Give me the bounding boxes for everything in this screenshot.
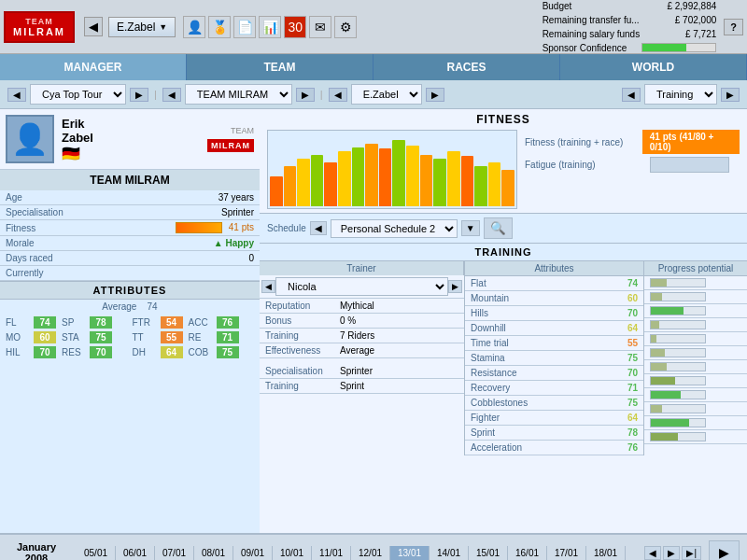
timeline-date-cell[interactable]: 12/01 bbox=[351, 546, 390, 560]
remaining-salary-label: Remaining salary funds bbox=[543, 27, 641, 41]
schedule-prev-btn[interactable]: ◀ bbox=[310, 221, 327, 235]
rider-next-btn[interactable]: ▶ bbox=[426, 88, 444, 102]
attr-item: HIL 70 bbox=[6, 346, 56, 358]
training-attr-name: Hills bbox=[471, 308, 488, 318]
tour-next-btn[interactable]: ▶ bbox=[130, 88, 148, 102]
stat-row-fitness: Fitness 41 pts bbox=[0, 220, 260, 236]
tab-manager[interactable]: MANAGER bbox=[0, 54, 187, 80]
fitness-training-value: 41 pts (41/80 + 0/10) bbox=[642, 130, 740, 154]
attr-grid-row: TT 55RE 71 bbox=[131, 330, 257, 344]
currently-label: Currently bbox=[0, 266, 113, 281]
schedule-select[interactable]: Personal Schedule 2 bbox=[331, 219, 458, 238]
timeline-date-cell[interactable]: 18/01 bbox=[586, 546, 626, 560]
tour-select[interactable]: Cya Top Tour bbox=[30, 84, 126, 105]
icon-chart[interactable]: 📊 bbox=[259, 16, 281, 38]
timeline-date-cell[interactable]: 16/01 bbox=[508, 546, 547, 560]
reputation-value: Mythical bbox=[334, 299, 380, 313]
icon-calendar[interactable]: 30 bbox=[284, 16, 306, 38]
tab-races[interactable]: RACES bbox=[374, 54, 560, 80]
training-attr-val: 71 bbox=[627, 383, 638, 393]
fitness-chart-bar bbox=[433, 159, 446, 206]
icon-doc[interactable]: 📄 bbox=[233, 16, 256, 38]
progress-bar bbox=[650, 390, 706, 399]
trainer-col-header: Trainer bbox=[260, 261, 464, 275]
month-label: January bbox=[17, 541, 56, 553]
morale-icon: ▲ bbox=[214, 238, 223, 248]
timeline-date-cell[interactable]: 07/01 bbox=[155, 546, 194, 560]
tour-prev-btn[interactable]: ◀ bbox=[7, 88, 26, 102]
progress-row bbox=[644, 430, 747, 444]
timeline-end-btn[interactable]: ▶| bbox=[682, 546, 701, 560]
progress-bar bbox=[650, 376, 706, 385]
team-prev-btn[interactable]: ◀ bbox=[162, 88, 181, 102]
trainer-header: Trainer bbox=[260, 261, 464, 275]
stat-row-spec: Specialisation Sprinter bbox=[0, 205, 260, 220]
timeline-next-btn[interactable]: ▶ bbox=[663, 546, 680, 560]
timeline-date-cell[interactable]: 08/01 bbox=[194, 546, 233, 560]
trainer-next-btn[interactable]: ▶ bbox=[448, 280, 462, 293]
rider-select[interactable]: E.Zabel bbox=[351, 84, 422, 105]
attr-item: SP 78 bbox=[62, 316, 112, 329]
timeline-date-cell[interactable]: 10/01 bbox=[273, 546, 312, 560]
attr-item: RE 71 bbox=[189, 331, 239, 343]
view-select[interactable]: Training bbox=[644, 84, 717, 105]
manager-name-button[interactable]: E.Zabel ▼ bbox=[108, 17, 176, 37]
view-next-btn[interactable]: ▶ bbox=[721, 88, 740, 102]
progress-row bbox=[644, 374, 747, 388]
morale-value: Happy bbox=[225, 238, 254, 248]
timeline-date-cell[interactable]: 05/01 bbox=[77, 546, 116, 560]
timeline-date-cell[interactable]: 13/01 bbox=[390, 546, 430, 560]
timeline-date-cell[interactable]: 14/01 bbox=[430, 546, 469, 560]
progress-fill bbox=[651, 335, 656, 343]
fitness-chart-bar bbox=[501, 170, 514, 207]
training-attr-name: Mountain bbox=[471, 293, 509, 303]
icon-mail[interactable]: ✉ bbox=[309, 16, 331, 38]
tab-team[interactable]: TEAM bbox=[187, 54, 374, 80]
training-attr-name: Stamina bbox=[471, 353, 505, 363]
progress-fill bbox=[651, 279, 667, 287]
forward-button[interactable]: ▶ bbox=[709, 540, 740, 560]
timeline-date-cell[interactable]: 09/01 bbox=[233, 546, 273, 560]
timeline-date-cell[interactable]: 15/01 bbox=[469, 546, 508, 560]
attr-label: RES bbox=[62, 347, 88, 357]
attr-item: FL 74 bbox=[6, 316, 56, 329]
icon-medal[interactable]: 🏅 bbox=[208, 16, 231, 38]
training-attr-rows: Flat 74Mountain 60Hills 70Downhill 64Tim… bbox=[465, 276, 643, 455]
timeline-date-cell[interactable]: 11/01 bbox=[312, 546, 351, 560]
training-attributes-column: Attributes Flat 74Mountain 60Hills 70Dow… bbox=[465, 261, 644, 455]
trainer-column: Trainer ◀ Nicola ▶ Reputation Mythical bbox=[260, 261, 465, 455]
schedule-search-btn[interactable]: 🔍 bbox=[484, 217, 513, 239]
timeline-date-cell[interactable]: 06/01 bbox=[116, 546, 155, 560]
training-attr-val: 74 bbox=[627, 278, 638, 288]
trainer-prev-btn[interactable]: ◀ bbox=[261, 280, 275, 293]
trainer-name-select[interactable]: Nicola bbox=[275, 277, 448, 296]
icon-settings[interactable]: ⚙ bbox=[334, 16, 357, 38]
timeline-date-cell[interactable]: 17/01 bbox=[547, 546, 586, 560]
progress-row bbox=[644, 304, 747, 318]
tab-world[interactable]: WORLD bbox=[560, 54, 747, 80]
training-attr-row: Resistance 70 bbox=[465, 366, 643, 381]
timeline-prev-btn[interactable]: ◀ bbox=[644, 546, 661, 560]
progress-fill bbox=[651, 307, 684, 315]
team-select[interactable]: TEAM MILRAM bbox=[185, 84, 292, 105]
progress-header: Progress potential bbox=[644, 261, 747, 276]
manager-dropdown-arrow: ▼ bbox=[159, 22, 167, 32]
schedule-dropdown-btn[interactable]: ▼ bbox=[461, 220, 480, 236]
sponsor-label: Sponsor Confidence bbox=[543, 41, 627, 55]
stat-row-morale: Morale ▲ Happy bbox=[0, 236, 260, 251]
avg-value: 74 bbox=[148, 301, 158, 312]
team-next-btn[interactable]: ▶ bbox=[296, 88, 315, 102]
icon-profile[interactable]: 👤 bbox=[183, 16, 205, 38]
attr-value: 75 bbox=[217, 346, 239, 358]
view-prev-btn[interactable]: ◀ bbox=[622, 88, 641, 102]
rider-prev-btn[interactable]: ◀ bbox=[329, 88, 347, 102]
attr-label: DH bbox=[133, 347, 159, 357]
progress-bar bbox=[650, 306, 706, 315]
training-attr-val: 60 bbox=[627, 293, 638, 303]
nav-prev-button[interactable]: ◀ bbox=[84, 17, 103, 36]
year-label: 2008 bbox=[25, 553, 48, 560]
help-button[interactable]: ? bbox=[724, 19, 743, 35]
fitness-chart-bar bbox=[338, 151, 351, 206]
days-label: Days raced bbox=[0, 251, 113, 266]
selector-bar: ◀ Cya Top Tour ▶ | ◀ TEAM MILRAM ▶ | ◀ E… bbox=[0, 80, 747, 109]
